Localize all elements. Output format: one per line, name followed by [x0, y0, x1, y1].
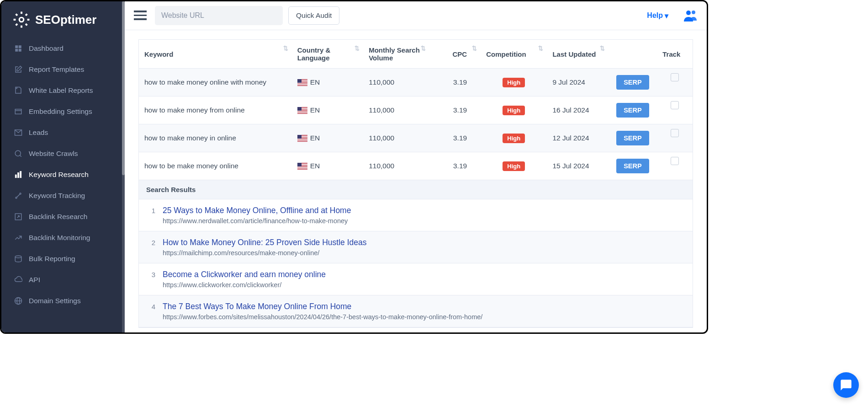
svg-point-8 [15, 150, 21, 156]
quick-audit-button[interactable]: Quick Audit [288, 6, 339, 25]
sort-icon: ⇅ [600, 46, 605, 50]
result-number: 3 [146, 270, 155, 289]
cell-country: EN [292, 96, 363, 124]
column-header-updated[interactable]: Last Updated⇅ [547, 40, 608, 69]
cell-cpc: 3.19 [429, 124, 481, 152]
svg-rect-11 [18, 173, 19, 178]
website-url-input[interactable] [155, 6, 283, 25]
serp-button[interactable]: SERP [616, 159, 649, 173]
svg-rect-4 [19, 49, 21, 52]
cell-volume: 110,000 [363, 69, 429, 96]
svg-rect-2 [19, 45, 21, 48]
svg-rect-10 [15, 175, 16, 178]
cell-keyword: how to be make money online [139, 152, 292, 180]
sort-icon: ⇅ [355, 46, 360, 50]
search-result-item: 3 Become a Clickworker and earn money on… [139, 263, 693, 295]
track-checkbox[interactable] [671, 101, 679, 109]
serp-button[interactable]: SERP [616, 131, 649, 145]
sidebar-item-label: Bulk Reporting [29, 255, 75, 263]
sort-icon: ⇅ [472, 46, 477, 50]
sidebar-item-embedding-settings[interactable]: Embedding Settings [1, 101, 125, 122]
result-title-link[interactable]: The 7 Best Ways To Make Money Online Fro… [163, 302, 685, 311]
table-row: how to make money in online EN 110,000 3… [139, 124, 693, 152]
column-header-keyword[interactable]: Keyword⇅ [139, 40, 292, 69]
bulk-reporting-icon [14, 255, 22, 263]
track-checkbox[interactable] [671, 129, 679, 137]
result-title-link[interactable]: How to Make Money Online: 25 Proven Side… [163, 238, 685, 247]
sidebar-item-label: Domain Settings [29, 297, 81, 305]
column-header-competition[interactable]: Competition⇅ [481, 40, 547, 69]
sidebar-item-website-crawls[interactable]: Website Crawls [1, 143, 125, 164]
cell-updated: 16 Jul 2024 [547, 96, 608, 124]
user-account-icon[interactable] [684, 10, 698, 21]
sidebar-item-leads[interactable]: Leads [1, 122, 125, 143]
sidebar-item-label: Backlink Research [29, 213, 87, 221]
result-url: https://www.forbes.com/sites/melissahous… [163, 313, 685, 321]
competition-badge: High [503, 106, 525, 115]
column-header-country[interactable]: Country & Language⇅ [292, 40, 363, 69]
embedding-settings-icon [14, 107, 22, 116]
column-header-cpc[interactable]: CPC⇅ [429, 40, 481, 69]
search-results-header: Search Results [139, 180, 693, 199]
svg-rect-1 [15, 45, 18, 48]
sidebar-item-label: Backlink Monitoring [29, 234, 90, 242]
sidebar-item-label: Embedding Settings [29, 107, 92, 116]
result-title-link[interactable]: 25 Ways to Make Money Online, Offline an… [163, 206, 685, 215]
track-checkbox[interactable] [671, 73, 679, 81]
help-dropdown[interactable]: Help ▾ [647, 11, 668, 20]
sidebar-item-dashboard[interactable]: Dashboard [1, 38, 125, 59]
svg-point-13 [16, 197, 17, 198]
sidebar-item-label: Report Templates [29, 65, 84, 74]
sidebar-item-api[interactable]: API [1, 269, 125, 290]
sort-icon: ⇅ [538, 46, 543, 50]
us-flag-icon [297, 135, 307, 142]
svg-rect-5 [15, 109, 21, 114]
column-header-volume[interactable]: Monthly Search Volume⇅ [363, 40, 429, 69]
cell-keyword: how to make money in online [139, 124, 292, 152]
cell-keyword: how to make money from online [139, 96, 292, 124]
logo-text: SEOptimer [35, 13, 96, 27]
cell-country: EN [292, 152, 363, 180]
result-number: 2 [146, 238, 155, 257]
sidebar-item-white-label-reports[interactable]: White Label Reports [1, 80, 125, 101]
logo[interactable]: SEOptimer [1, 1, 125, 38]
sidebar-item-keyword-tracking[interactable]: Keyword Tracking [1, 185, 125, 206]
table-row: how to be make money online EN 110,000 3… [139, 152, 693, 180]
hamburger-menu-icon[interactable] [134, 11, 147, 21]
sidebar-item-bulk-reporting[interactable]: Bulk Reporting [1, 248, 125, 269]
sidebar-item-label: Website Crawls [29, 150, 78, 158]
svg-rect-3 [15, 49, 18, 52]
svg-point-21 [686, 11, 691, 15]
sidebar-item-keyword-research[interactable]: Keyword Research [1, 164, 125, 185]
serp-button[interactable]: SERP [616, 75, 649, 90]
competition-badge: High [503, 161, 525, 171]
search-result-item: 4 The 7 Best Ways To Make Money Online F… [139, 295, 693, 327]
sidebar-item-domain-settings[interactable]: Domain Settings [1, 290, 125, 311]
website-crawls-icon [14, 150, 22, 158]
cell-country: EN [292, 124, 363, 152]
cell-cpc: 3.19 [429, 69, 481, 96]
sidebar-item-backlink-monitoring[interactable]: Backlink Monitoring [1, 227, 125, 248]
serp-button[interactable]: SERP [616, 103, 649, 118]
sidebar-item-backlink-research[interactable]: Backlink Research [1, 206, 125, 227]
sort-icon: ⇅ [283, 46, 288, 50]
report-templates-icon [14, 65, 22, 74]
svg-point-22 [692, 11, 695, 14]
cell-cpc: 3.19 [429, 152, 481, 180]
sidebar-item-report-templates[interactable]: Report Templates [1, 59, 125, 80]
white-label-reports-icon [14, 86, 22, 95]
cell-cpc: 3.19 [429, 96, 481, 124]
result-url: https://www.nerdwallet.com/article/finan… [163, 217, 685, 225]
sort-icon: ⇅ [421, 46, 426, 50]
cell-keyword: how to make money online with money [139, 69, 292, 96]
result-title-link[interactable]: Become a Clickworker and earn money onli… [163, 270, 685, 279]
cell-country: EN [292, 69, 363, 96]
column-header-track: Track [657, 40, 693, 69]
topbar: Quick Audit Help ▾ [125, 1, 707, 30]
sidebar-item-label: API [29, 276, 40, 284]
track-checkbox[interactable] [671, 157, 679, 165]
backlink-research-icon [14, 213, 22, 221]
domain-settings-icon [14, 297, 22, 305]
dashboard-icon [14, 44, 22, 53]
sidebar-scrollbar[interactable] [122, 1, 125, 332]
